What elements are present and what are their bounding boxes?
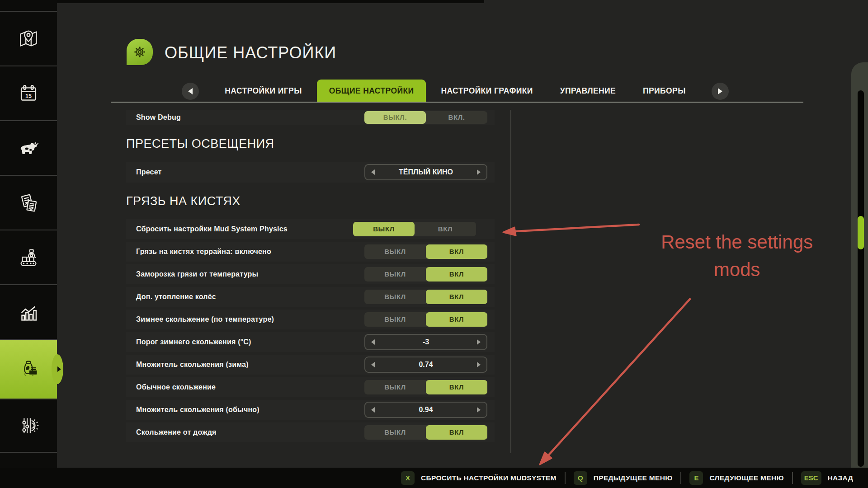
setting-label: Грязь на кистях террайна: включено [126,248,271,256]
setting-row: Доп. утопление колёсВЫКЛВКЛ [126,287,495,307]
annotation-arrowhead-2 [540,452,552,465]
active-item-pointer [52,354,63,384]
general-settings-screen: 15 ОБЩИЕ НАСТРОЙКИ НАСТРОЙКИ ИГРЫОБЩИЕ Н… [0,0,868,488]
setting-row: Скольжение от дождяВЫКЛВКЛ [126,422,495,442]
annotation-line-2: mods [615,256,859,284]
hotkey-label: СЛЕДУЮЩЕЕ МЕНЮ [709,474,783,482]
cow-icon [15,135,42,161]
setting-label: Show Debug [126,113,181,122]
stepper-value: 0.94 [375,406,477,414]
setting-control: ВЫКЛВКЛ [364,380,487,394]
setting-row: Заморозка грязи от температурыВЫКЛВКЛ [126,264,495,284]
toggle-on-button[interactable]: ВКЛ [415,222,476,236]
settings-header-icon [127,39,153,65]
setting-control: ВЫКЛВКЛ [364,425,487,440]
gear-icon [129,42,150,62]
sidebar-item-production[interactable] [0,230,57,284]
sidebar-item-game-settings[interactable] [0,399,57,453]
hotkey-bar: XСБРОСИТЬ НАСТРОЙКИ MUDSYSTEMQПРЕДЫДУЩЕЕ… [0,468,868,488]
sidebar-item-contracts[interactable] [0,175,57,230]
toggle-on-button[interactable]: ВКЛ [426,312,487,327]
goods-bag-icon [15,356,42,382]
setting-control: ВЫКЛВКЛ [353,222,476,236]
hotkey-action-e[interactable]: EСЛЕДУЮЩЕЕ МЕНЮ [681,471,792,485]
setting-label: Множитель скольжения (зима) [126,361,249,369]
section-heading: ПРЕСЕТЫ ОСВЕЩЕНИЯ [126,137,495,151]
toggle-off-button[interactable]: ВЫКЛ [364,425,426,440]
tabs-prev-button[interactable] [182,83,199,100]
toggle-off-button[interactable]: ВЫКЛ [353,222,415,236]
stepper-value: ТЁПЛЫЙ КИНО [375,168,477,176]
tab-5[interactable]: ПРИБОРЫ [631,80,698,103]
stepper-decrease-arrow[interactable] [371,169,375,175]
value-stepper: ТЁПЛЫЙ КИНО [364,164,487,180]
setting-label: Скольжение от дождя [126,428,217,436]
value-stepper: 0.94 [364,402,487,418]
setting-row: Обычное скольжениеВЫКЛВКЛ [126,377,495,397]
stepper-value: -3 [375,338,477,346]
setting-label: Пресет [126,168,162,176]
tab-4[interactable]: УПРАВЛЕНИЕ [548,80,628,103]
annotation-arrow-2 [547,299,690,457]
right-arrow-icon [718,88,722,94]
tab-list: НАСТРОЙКИ ИГРЫОБЩИЕ НАСТРОЙКИНАСТРОЙКИ Г… [212,80,698,103]
toggle-off-button[interactable]: ВЫКЛ [364,380,426,394]
value-stepper: -3 [364,334,487,350]
hotkey-actions: XСБРОСИТЬ НАСТРОЙКИ MUDSYSTEMQПРЕДЫДУЩЕЕ… [393,471,861,485]
toggle-off-button[interactable]: ВЫКЛ. [364,111,426,124]
toggle-off-button[interactable]: ВЫКЛ [364,312,426,327]
toggle-switch: ВЫКЛ.ВКЛ. [364,111,487,124]
production-icon [15,244,42,271]
setting-control: 0.94 [364,402,487,418]
toggle-on-button[interactable]: ВКЛ. [426,111,487,124]
scrollbar-thumb[interactable] [858,216,864,249]
toggle-on-button[interactable]: ВКЛ [426,267,487,282]
setting-label: Сбросить настройки Mud System Physics [126,225,288,233]
sidebar-item-prices[interactable] [0,339,57,399]
hotkey-action-q[interactable]: QПРЕДЫДУЩЕЕ МЕНЮ [566,471,681,485]
toggle-on-button[interactable]: ВКЛ [426,425,487,440]
documents-icon [15,190,42,216]
section-heading: ГРЯЗЬ НА КИСТЯХ [126,194,495,208]
svg-text:15: 15 [25,93,32,99]
sliders-gear-icon [15,413,42,439]
toggle-on-button[interactable]: ВКЛ [426,380,487,394]
stepper-increase-arrow[interactable] [477,362,481,367]
toggle-off-button[interactable]: ВЫКЛ [364,290,426,304]
toggle-on-button[interactable]: ВКЛ [426,244,487,259]
tab-underline [111,102,803,103]
sidebar-item-animals[interactable] [0,120,57,175]
setting-control: ВЫКЛ.ВКЛ. [364,111,487,124]
tabs-next-button[interactable] [712,83,729,100]
hotkey-action-esc[interactable]: ESCНАЗАД [793,471,861,485]
sidebar-item-map[interactable] [0,11,57,66]
toggle-on-button[interactable]: ВКЛ [426,290,487,304]
setting-label: Зимнее скольжение (по температуре) [126,315,274,324]
annotation-line-1: Reset the settings [615,229,859,256]
stepper-increase-arrow[interactable] [477,407,481,413]
settings-list: Show DebugВЫКЛ.ВКЛ.ПРЕСЕТЫ ОСВЕЩЕНИЯПрес… [126,110,495,445]
scrollbar-track[interactable] [858,90,864,467]
stepper-increase-arrow[interactable] [477,339,481,345]
setting-row: Зимнее скольжение (по температуре)ВЫКЛВК… [126,310,495,329]
tab-3[interactable]: НАСТРОЙКИ ГРАФИКИ [429,80,545,103]
stepper-decrease-arrow[interactable] [371,362,375,367]
hotkey-action-x[interactable]: XСБРОСИТЬ НАСТРОЙКИ MUDSYSTEM [393,471,565,485]
keycap-q: Q [574,471,587,485]
bar-chart-icon [15,299,42,325]
sidebar-item-statistics[interactable] [0,284,57,339]
tab-1[interactable]: НАСТРОЙКИ ИГРЫ [212,80,314,103]
setting-row: Сбросить настройки Mud System PhysicsВЫК… [126,219,495,239]
stepper-decrease-arrow[interactable] [371,339,375,345]
hotkey-label: НАЗАД [828,474,853,482]
stepper-increase-arrow[interactable] [477,169,481,175]
top-edge-strip [57,0,484,3]
setting-row: Множитель скольжения (обычно)0.94 [126,400,495,420]
tab-2[interactable]: ОБЩИЕ НАСТРОЙКИ [317,80,426,103]
toggle-switch: ВЫКЛВКЛ [353,222,476,236]
stepper-decrease-arrow[interactable] [371,407,375,413]
setting-row: Множитель скольжения (зима)0.74 [126,355,495,375]
toggle-off-button[interactable]: ВЫКЛ [364,244,426,259]
toggle-off-button[interactable]: ВЫКЛ [364,267,426,282]
sidebar-item-calendar[interactable]: 15 [0,66,57,120]
